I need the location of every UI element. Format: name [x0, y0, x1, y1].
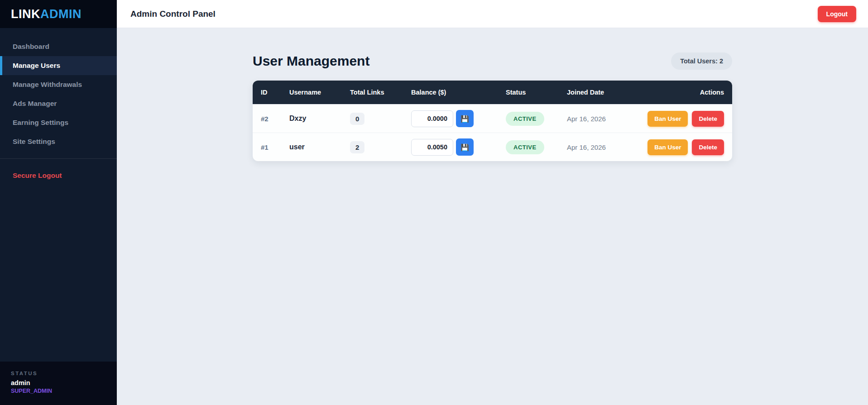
topbar-title: Admin Control Panel: [130, 9, 216, 19]
ban-user-button[interactable]: Ban User: [647, 139, 688, 155]
users-table: ID Username Total Links Balance ($) Stat…: [253, 81, 732, 161]
delete-button[interactable]: Delete: [692, 139, 724, 155]
status-badge: ACTIVE: [506, 112, 544, 126]
balance-input[interactable]: [411, 139, 453, 156]
logout-button[interactable]: Logout: [818, 6, 856, 22]
logo-text-link: LINK: [11, 7, 40, 21]
logo-text-admin: ADMIN: [40, 7, 82, 21]
sidebar-item-earning-settings[interactable]: Earning Settings: [0, 113, 117, 132]
table-row: #2Dxzy0💾ACTIVEApr 16, 2026Ban UserDelete: [253, 104, 732, 133]
save-icon: 💾: [460, 115, 469, 122]
topbar: Admin Control Panel Logout: [117, 0, 868, 28]
table-row: #1user2💾ACTIVEApr 16, 2026Ban UserDelete: [253, 133, 732, 161]
col-header-balance: Balance ($): [411, 89, 506, 96]
main-column: Admin Control Panel Logout User Manageme…: [117, 0, 868, 405]
joined-date: Apr 16, 2026: [567, 143, 642, 151]
total-links-chip: 0: [350, 113, 364, 125]
save-icon: 💾: [460, 144, 469, 151]
user-id: #1: [261, 143, 289, 151]
sidebar-divider: [0, 158, 117, 159]
sidebar-footer: STATUS admin SUPER_ADMIN: [0, 362, 117, 405]
balance-input[interactable]: [411, 110, 453, 127]
save-balance-button[interactable]: 💾: [456, 138, 474, 156]
joined-date: Apr 16, 2026: [567, 115, 642, 123]
total-links-chip: 2: [350, 141, 364, 153]
sidebar-item-manage-users[interactable]: Manage Users: [0, 56, 117, 75]
username: user: [289, 143, 350, 151]
sidebar: LINKADMIN DashboardManage UsersManage Wi…: [0, 0, 117, 405]
user-id: #2: [261, 115, 289, 123]
col-header-total-links: Total Links: [350, 89, 411, 96]
status-label: STATUS: [11, 371, 106, 376]
sidebar-item-dashboard[interactable]: Dashboard: [0, 37, 117, 56]
status-role: SUPER_ADMIN: [11, 388, 106, 394]
sidebar-item-ads-manager[interactable]: Ads Manager: [0, 94, 117, 113]
delete-button[interactable]: Delete: [692, 111, 724, 127]
save-balance-button[interactable]: 💾: [456, 110, 474, 127]
status-badge: ACTIVE: [506, 140, 544, 154]
admin-app: LINKADMIN DashboardManage UsersManage Wi…: [0, 0, 868, 405]
col-header-actions: Actions: [642, 89, 724, 96]
total-users-badge: Total Users: 2: [671, 52, 732, 70]
ban-user-button[interactable]: Ban User: [647, 111, 688, 127]
col-header-joined-date: Joined Date: [567, 89, 642, 96]
page-heading-row: User Management Total Users: 2: [253, 52, 732, 70]
status-username: admin: [11, 379, 106, 386]
col-header-id: ID: [261, 89, 289, 96]
username: Dxzy: [289, 114, 350, 123]
sidebar-nav: DashboardManage UsersManage WithdrawalsA…: [0, 28, 117, 151]
table-body: #2Dxzy0💾ACTIVEApr 16, 2026Ban UserDelete…: [253, 104, 732, 161]
main-content: User Management Total Users: 2 ID Userna…: [117, 28, 868, 405]
table-header-row: ID Username Total Links Balance ($) Stat…: [253, 81, 732, 104]
col-header-status: Status: [506, 89, 567, 96]
col-header-username: Username: [289, 89, 350, 96]
sidebar-item-secure-logout[interactable]: Secure Logout: [0, 166, 117, 185]
app-logo: LINKADMIN: [0, 0, 117, 28]
sidebar-item-site-settings[interactable]: Site Settings: [0, 132, 117, 151]
sidebar-item-manage-withdrawals[interactable]: Manage Withdrawals: [0, 75, 117, 94]
page-title: User Management: [253, 53, 369, 69]
